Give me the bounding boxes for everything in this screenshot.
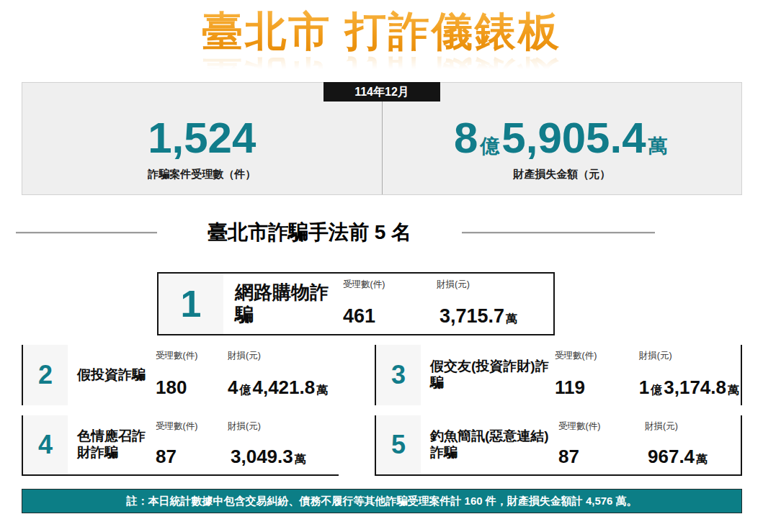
fraud-name: 假投資詐騙	[77, 367, 147, 384]
loss-column: 財損(元) 3,049.3萬	[228, 415, 339, 474]
section-line-left	[16, 232, 157, 234]
col-header-loss: 財損(元)	[645, 420, 741, 433]
cases-column: 受理數(件) 87	[558, 415, 645, 474]
loss-column: 財損(元) 967.4萬	[645, 415, 741, 474]
rank-number: 2	[38, 360, 53, 390]
loss-big2: 3,715.7	[439, 305, 504, 327]
col-header-cases: 受理數(件)	[156, 350, 228, 362]
stat-cases: 1,524 詐騙案件受理數（件）	[22, 102, 382, 194]
rank-card-3: 3 假交友(投資詐財)詐騙 受理數(件) 119 財損(元) 1億3,174.8…	[375, 345, 742, 405]
loss-unit1: 億	[239, 384, 251, 396]
fraud-name: 網路購物詐騙	[235, 281, 343, 326]
rank-card-4: 4 色情應召詐財詐騙 受理數(件) 87 財損(元) 3,049.3萬	[22, 415, 339, 476]
col-header-loss: 財損(元)	[228, 350, 339, 362]
stat-loss-label: 財產損失金額（元）	[513, 168, 610, 181]
loss-value: 3,049.3萬	[228, 446, 339, 468]
loss-big2: 3,049.3	[231, 446, 293, 467]
cases-value: 180	[156, 377, 228, 399]
col-header-cases: 受理數(件)	[343, 279, 437, 291]
loss-unit2: 萬	[295, 453, 306, 465]
cases-value: 87	[156, 446, 228, 468]
rank-box: 1	[159, 274, 223, 334]
rank-number: 5	[391, 430, 406, 460]
fraud-name: 假交友(投資詐財)詐騙	[430, 359, 555, 392]
loss-unit1: 億	[480, 135, 499, 157]
loss-big2: 3,174.8	[664, 377, 726, 398]
stat-cases-label: 詐騙案件受理數（件）	[148, 168, 256, 181]
rank-number: 1	[181, 282, 202, 325]
rank-number: 4	[38, 430, 53, 460]
loss-unit2: 萬	[728, 384, 739, 396]
rank-box: 5	[376, 415, 421, 474]
rank-card-2: 2 假投資詐騙 受理數(件) 180 財損(元) 4億4,421.8萬	[22, 345, 339, 405]
cases-value: 87	[558, 446, 645, 468]
loss-value: 1億3,174.8萬	[639, 377, 741, 399]
summary-panel: 114年12月 1,524 詐騙案件受理數（件） 8億5,905.4萬 財產損失…	[22, 82, 742, 195]
stat-loss-value: 8億5,905.4萬	[454, 115, 670, 161]
loss-unit2: 萬	[506, 312, 517, 325]
loss-unit2: 萬	[696, 453, 708, 465]
loss-value: 967.4萬	[645, 446, 741, 468]
rank-box: 3	[376, 345, 421, 405]
section-header: 臺北市詐騙手法前 5 名	[0, 217, 763, 248]
loss-column: 財損(元) 3,715.7萬	[437, 274, 553, 334]
page-title: 臺北市 打詐儀錶板	[0, 4, 763, 60]
rank-number: 3	[391, 360, 406, 390]
cases-column: 受理數(件) 461	[343, 274, 437, 334]
col-header-cases: 受理數(件)	[558, 420, 645, 433]
rank-card-5: 5 釣魚簡訊(惡意連結)詐騙 受理數(件) 87 財損(元) 967.4萬	[375, 415, 742, 476]
section-title: 臺北市詐騙手法前 5 名	[208, 219, 411, 246]
rank-card-1: 1 網路購物詐騙 受理數(件) 461 財損(元) 3,715.7萬	[157, 272, 555, 335]
loss-value: 3,715.7萬	[437, 305, 553, 328]
fraud-name: 色情應召詐財詐騙	[77, 428, 147, 461]
col-header-loss: 財損(元)	[228, 420, 339, 433]
col-header-loss: 財損(元)	[639, 350, 741, 362]
loss-unit2: 萬	[316, 384, 328, 396]
rank-box: 2	[23, 345, 68, 405]
cases-column: 受理數(件) 87	[156, 415, 228, 474]
fraud-name: 釣魚簡訊(惡意連結)詐騙	[430, 428, 558, 461]
col-header-loss: 財損(元)	[437, 279, 553, 291]
section-line-right	[462, 232, 655, 234]
loss-column: 財損(元) 4億4,421.8萬	[228, 345, 339, 405]
loss-value: 4億4,421.8萬	[228, 377, 339, 399]
cases-value: 461	[343, 305, 437, 328]
stat-cases-value: 1,524	[148, 115, 256, 161]
loss-big1: 8	[454, 114, 478, 162]
loss-big2: 4,421.8	[252, 377, 315, 398]
cases-column: 受理數(件) 119	[555, 345, 639, 405]
loss-column: 財損(元) 1億3,174.8萬	[639, 345, 741, 405]
loss-unit1: 億	[651, 384, 662, 396]
rank-box: 4	[23, 415, 68, 474]
dashboard-page: 臺北市 打詐儀錶板 114年12月 1,524 詐騙案件受理數（件） 8億5,9…	[0, 0, 763, 532]
cases-column: 受理數(件) 180	[156, 345, 228, 405]
footer-note: 註：本日統計數據中包含交易糾紛、債務不履行等其他詐騙受理案件計 160 件，財產…	[22, 489, 742, 513]
loss-big2: 967.4	[648, 446, 695, 467]
col-header-cases: 受理數(件)	[156, 420, 228, 433]
loss-unit2: 萬	[648, 135, 668, 157]
loss-big2: 5,905.4	[501, 114, 646, 162]
cases-value: 119	[555, 377, 639, 399]
date-badge: 114年12月	[324, 82, 440, 102]
col-header-cases: 受理數(件)	[555, 350, 639, 362]
loss-big1: 1	[639, 377, 649, 398]
stat-loss: 8億5,905.4萬 財產損失金額（元）	[382, 102, 742, 194]
loss-big1: 4	[228, 377, 238, 398]
